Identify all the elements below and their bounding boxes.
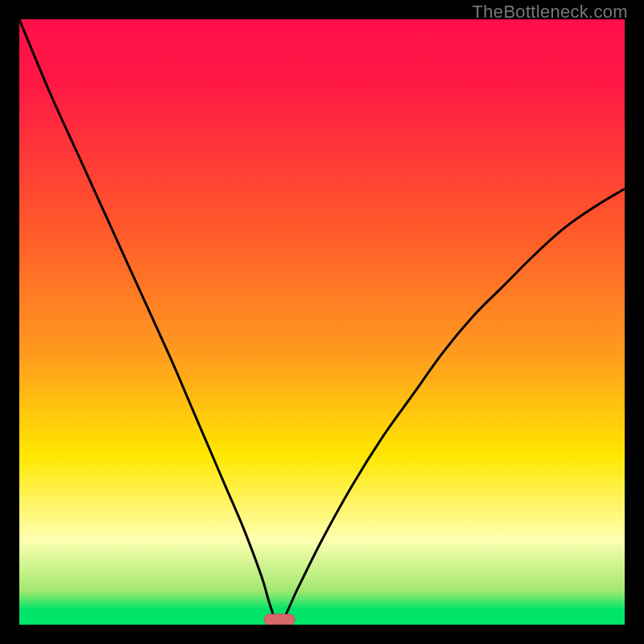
bottleneck-chart [19,19,625,625]
watermark-text: TheBottleneck.com [473,2,628,23]
chart-background [19,19,625,625]
minimum-marker [265,614,295,625]
plot-area [19,19,625,625]
outer-frame: TheBottleneck.com [0,0,644,644]
